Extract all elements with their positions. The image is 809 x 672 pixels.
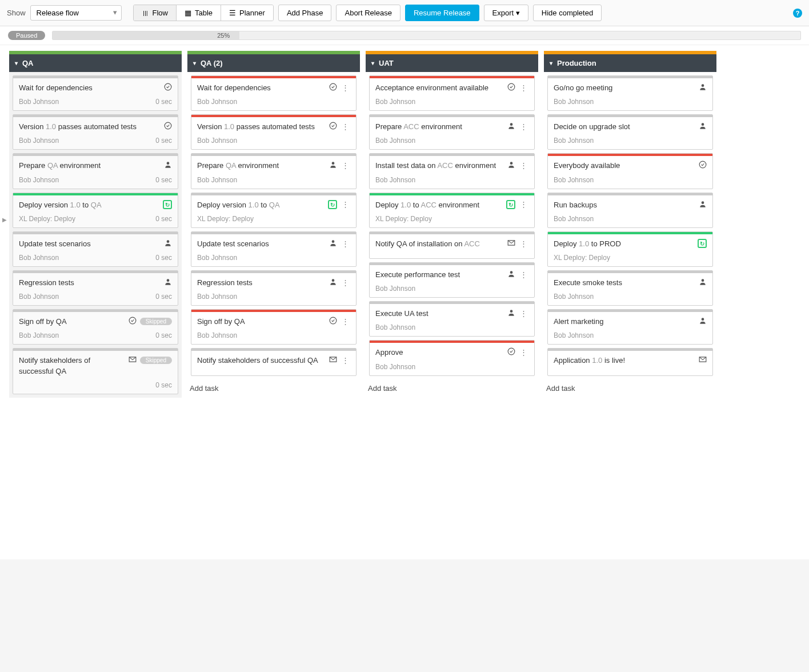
abort-release-button[interactable]: Abort Release bbox=[336, 5, 400, 21]
resume-release-button[interactable]: Resume Release bbox=[405, 5, 479, 21]
task-card[interactable]: Regression testsBob Johnson0 sec bbox=[13, 270, 178, 306]
task-card[interactable]: Execute smoke testsBob Johnson bbox=[547, 270, 713, 306]
user-icon bbox=[699, 83, 707, 93]
svg-point-22 bbox=[702, 279, 704, 282]
task-card[interactable]: Version 1.0 passes automated tests⋮Bob J… bbox=[191, 114, 357, 150]
task-icons: ⋮ bbox=[329, 161, 350, 170]
task-card[interactable]: Notify QA of installation on ACC⋮ bbox=[369, 231, 535, 259]
export-button[interactable]: Export ▾ bbox=[484, 5, 528, 21]
view-select-wrap[interactable]: Release flow bbox=[30, 5, 122, 21]
task-card[interactable]: Prepare QA environmentBob Johnson0 sec bbox=[13, 153, 178, 189]
task-menu-icon[interactable]: ⋮ bbox=[341, 200, 350, 209]
task-icons bbox=[164, 161, 172, 170]
task-card[interactable]: Regression tests⋮Bob Johnson bbox=[191, 270, 357, 306]
table-icon: ▦ bbox=[185, 9, 191, 17]
svg-point-0 bbox=[165, 83, 171, 90]
check-icon bbox=[329, 317, 337, 326]
svg-point-15 bbox=[510, 271, 513, 274]
phase-column: ▾QA (2)Wait for dependencies⋮Bob Johnson… bbox=[187, 51, 360, 554]
task-menu-icon[interactable]: ⋮ bbox=[341, 356, 350, 365]
task-menu-icon[interactable]: ⋮ bbox=[341, 317, 350, 326]
task-card[interactable]: Wait for dependenciesBob Johnson0 sec bbox=[13, 75, 178, 111]
task-card[interactable]: Update test scenariosBob Johnson0 sec bbox=[13, 231, 178, 267]
task-title: Decide on upgrade slot bbox=[554, 122, 695, 132]
help-icon[interactable]: ? bbox=[793, 9, 802, 18]
tab-flow[interactable]: ⫼ Flow bbox=[134, 5, 177, 21]
task-card[interactable]: Notify stakeholders of successful QA⋮ bbox=[191, 348, 357, 375]
view-tabs: ⫼ Flow ▦ Table ☰ Planner bbox=[133, 5, 274, 21]
task-title: Sign off by QA bbox=[197, 317, 326, 327]
task-owner: XL Deploy: Deploy bbox=[197, 215, 254, 223]
user-icon bbox=[699, 278, 707, 287]
task-card[interactable]: Update test scenarios⋮Bob Johnson bbox=[191, 231, 357, 267]
add-task-link[interactable]: Add task bbox=[187, 379, 360, 397]
user-icon bbox=[164, 161, 172, 170]
phase-header[interactable]: ▾QA (2) bbox=[187, 54, 360, 72]
task-title: Update test scenarios bbox=[197, 239, 326, 249]
task-card[interactable]: Approve⋮Bob Johnson bbox=[369, 340, 535, 375]
task-icons bbox=[164, 83, 172, 93]
tab-planner[interactable]: ☰ Planner bbox=[221, 5, 273, 21]
add-task-link[interactable]: Add task bbox=[366, 379, 538, 397]
task-menu-icon[interactable]: ⋮ bbox=[519, 122, 528, 131]
deploy-icon: ↻ bbox=[163, 200, 172, 210]
task-icons: ⋮ bbox=[329, 83, 350, 93]
task-menu-icon[interactable]: ⋮ bbox=[519, 309, 528, 318]
task-card[interactable]: Execute performance test⋮Bob Johnson bbox=[369, 262, 535, 298]
task-card[interactable]: Deploy version 1.0 to QA↻⋮XL Deploy: Dep… bbox=[191, 193, 357, 228]
task-menu-icon[interactable]: ⋮ bbox=[519, 161, 528, 170]
task-card[interactable]: Sign off by QA⋮Bob Johnson bbox=[191, 309, 357, 345]
svg-point-9 bbox=[332, 240, 335, 243]
task-menu-icon[interactable]: ⋮ bbox=[341, 278, 350, 287]
tab-table[interactable]: ▦ Table bbox=[177, 5, 221, 21]
task-card[interactable]: Deploy version 1.0 to QA↻XL Deploy: Depl… bbox=[13, 193, 178, 228]
task-duration: 0 sec bbox=[155, 293, 172, 301]
task-menu-icon[interactable]: ⋮ bbox=[519, 83, 528, 92]
task-icons bbox=[164, 278, 172, 287]
task-card[interactable]: Prepare ACC environment⋮Bob Johnson bbox=[369, 114, 535, 150]
task-menu-icon[interactable]: ⋮ bbox=[341, 239, 350, 248]
task-icons: ⋮ bbox=[507, 309, 528, 318]
phase-header[interactable]: ▾Production bbox=[544, 54, 716, 72]
view-select[interactable]: Release flow bbox=[30, 5, 122, 21]
svg-point-21 bbox=[702, 201, 704, 204]
task-menu-icon[interactable]: ⋮ bbox=[519, 348, 528, 357]
task-card[interactable]: Everybody availableBob Johnson bbox=[547, 153, 713, 189]
task-owner: Bob Johnson bbox=[197, 137, 237, 145]
task-card[interactable]: Version 1.0 passes automated testsBob Jo… bbox=[13, 114, 178, 150]
expand-sidebar-icon[interactable]: ▶ bbox=[2, 217, 7, 223]
task-card[interactable]: Prepare QA environment⋮Bob Johnson bbox=[191, 153, 357, 189]
task-menu-icon[interactable]: ⋮ bbox=[519, 270, 528, 279]
task-title: Deploy 1.0 to ACC environment bbox=[375, 200, 503, 210]
task-title: Application 1.0 is live! bbox=[554, 355, 695, 366]
svg-point-10 bbox=[332, 279, 335, 282]
task-card[interactable]: Sign off by QASkippedBob Johnson0 sec bbox=[13, 309, 178, 345]
task-card[interactable]: Go/no go meetingBob Johnson bbox=[547, 75, 713, 111]
task-menu-icon[interactable]: ⋮ bbox=[519, 239, 528, 248]
add-phase-button[interactable]: Add Phase bbox=[278, 5, 332, 21]
task-owner: Bob Johnson bbox=[19, 293, 59, 301]
task-menu-icon[interactable]: ⋮ bbox=[519, 200, 528, 209]
task-card[interactable]: Execute UA test⋮Bob Johnson bbox=[369, 301, 535, 337]
task-card[interactable]: Install test data on ACC environment⋮Bob… bbox=[369, 153, 535, 189]
task-menu-icon[interactable]: ⋮ bbox=[341, 122, 350, 131]
hide-completed-button[interactable]: Hide completed bbox=[533, 5, 602, 21]
task-menu-icon[interactable]: ⋮ bbox=[341, 83, 350, 92]
task-card[interactable]: Application 1.0 is live! bbox=[547, 348, 713, 375]
task-card[interactable]: Acceptance environment available⋮Bob Joh… bbox=[369, 75, 535, 111]
task-card[interactable]: Decide on upgrade slotBob Johnson bbox=[547, 114, 713, 150]
task-card[interactable]: Wait for dependencies⋮Bob Johnson bbox=[191, 75, 357, 111]
flow-icon: ⫼ bbox=[142, 9, 149, 17]
task-card[interactable]: Notify stakeholders of successful QASkip… bbox=[13, 348, 178, 394]
task-title: Regression tests bbox=[197, 278, 326, 288]
task-card[interactable]: Alert marketingBob Johnson bbox=[547, 309, 713, 345]
task-card[interactable]: Run backupsBob Johnson bbox=[547, 193, 713, 228]
task-card[interactable]: Deploy 1.0 to ACC environment↻⋮XL Deploy… bbox=[369, 193, 535, 228]
task-title: Execute UA test bbox=[375, 309, 504, 319]
phase-header[interactable]: ▾QA bbox=[9, 54, 182, 72]
chevron-down-icon: ▾ bbox=[516, 9, 520, 17]
phase-header[interactable]: ▾UAT bbox=[366, 54, 538, 72]
task-menu-icon[interactable]: ⋮ bbox=[341, 161, 350, 170]
task-card[interactable]: Deploy 1.0 to PROD↻XL Deploy: Deploy bbox=[547, 231, 713, 267]
add-task-link[interactable]: Add task bbox=[544, 379, 716, 397]
